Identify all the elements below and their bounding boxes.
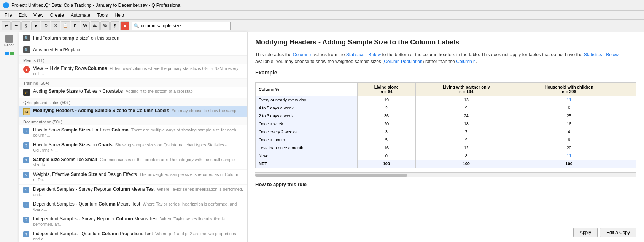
result-doc-6[interactable]: ? Dependent Samples - Quantum Column Mea… [19,199,247,214]
find-on-screen-row[interactable]: 🔍 Find "column sample size" on this scre… [19,32,247,44]
rule-icon: ⊞ [23,108,30,115]
toolbar: ↩ ↪ ⎘ ▼ ⊘ ✕ 📋 P W ## % $ ● 🔍 [0,20,644,32]
cell-1-2: 13 [416,96,517,104]
sidebar-item-table[interactable] [5,50,14,57]
toolbar-btn-8[interactable]: P [71,21,80,30]
toolbar-btn-13[interactable]: ● [120,21,129,30]
table-col-sub-3: n = 296 [562,89,576,94]
toolbar-btn-12[interactable]: $ [110,21,119,30]
cell-7-4 [621,144,636,152]
toolbar-btn-9[interactable]: W [81,21,90,30]
result-title-menu-1: View → Hide Empty Rows/Columns Hides row… [33,66,243,76]
scrollbar-thumb[interactable] [255,174,407,177]
menu-tools[interactable]: Tools [94,12,111,19]
result-doc-8[interactable]: ? Independent Samples - Quantum Column P… [19,229,247,242]
report-icon [5,35,13,43]
edit-copy-button[interactable]: Edit a Copy [600,228,636,237]
table-row-net: NET 100 100 100 [256,160,636,168]
row-label-4: Once a week [256,120,358,128]
table-row-2: 4 to 5 days a week 2 9 6 [256,104,636,112]
result-content-doc-1: How to Show Sample Sizes For Each Column… [33,127,243,138]
table-row-1: Every or nearly every day 19 13 11 [256,96,636,104]
horizontal-scrollbar[interactable] [255,172,636,177]
table-row-5: Once every 2 weeks 3 7 4 [256,128,636,136]
doc-icon-3: ? [23,157,30,164]
cell-3-3: 25 [517,112,621,120]
table-row-7: Less than once a month 16 12 20 [256,144,636,152]
link-col-n-2[interactable]: Column n [456,59,475,64]
menu-file[interactable]: File [2,12,15,19]
result-doc-1[interactable]: ? How to Show Sample Sizes For Each Colu… [19,125,247,140]
doc-icon-6: ? [23,202,30,209]
section-docs: Documentation (50+) [19,117,247,125]
toolbar-btn-6[interactable]: ✕ [51,21,60,30]
result-doc-7[interactable]: ? Independent Samples - Survey Reporter … [19,214,247,229]
result-content-doc-7: Independent Samples - Survey Reporter Co… [33,216,243,227]
row-label-1: Every or nearly every day [256,96,358,104]
row-label-7: Less than once a month [256,144,358,152]
binoculars-icon: 🔍 [23,35,30,41]
cell-6-2: 9 [416,136,517,144]
link-stats-below-1[interactable]: Statistics - Below [346,52,381,57]
result-doc-3[interactable]: ? Sample Size Seems Too Small Common cau… [19,155,247,170]
result-content-doc-4: Weights, Effective Sample Size and Desig… [33,172,243,182]
link-column-n[interactable]: Column n [293,52,312,57]
toolbar-btn-1[interactable]: ↩ [2,21,11,30]
advanced-find-icon: 🔍 [23,46,30,53]
apply-button[interactable]: Apply [573,228,598,237]
toolbar-btn-10[interactable]: ## [91,21,100,30]
result-content-menu-1: View → Hide Empty Rows/Columns Hides row… [33,66,243,76]
example-title: Example [255,70,636,76]
result-menu-1[interactable]: ● View → Hide Empty Rows/Columns Hides r… [19,64,247,79]
cell-8-4 [621,152,636,160]
menu-edit[interactable]: Edit [16,12,30,19]
link-stats-below-2[interactable]: Statistics - Below [584,52,619,57]
find-query: column sample size [45,35,88,41]
menu-automate[interactable]: Automate [68,12,93,19]
table-row-3: 2 to 3 days a week 36 24 25 [256,112,636,120]
toolbar-btn-2[interactable]: ↪ [11,21,21,30]
cell-3-4 [621,112,636,120]
toolbar-btn-4[interactable]: ▼ [31,21,40,30]
doc-icon-2: ? [23,142,30,149]
sidebar-label-report: Report [4,43,14,47]
toolbar-btn-7[interactable]: 📋 [61,21,70,30]
search-input[interactable] [141,23,229,28]
cell-6-4 [621,136,636,144]
result-doc-2[interactable]: ? How to Show Sample Sizes on Charts Sho… [19,140,247,155]
cell-5-3: 4 [517,128,621,136]
cell-5-1: 3 [357,128,415,136]
rule-description: This rule adds the Column n values from … [255,51,636,65]
table-col-sub-2: n = 194 [459,89,474,94]
toolbar-btn-3[interactable]: ⎘ [21,21,30,30]
table-col-sub-1: n = 64 [380,89,393,94]
find-on-screen-text: Find "column sample size" on this screen [33,35,119,41]
search-container: 🔍 [132,22,231,30]
menu-create[interactable]: Create [47,12,67,19]
link-col-pop[interactable]: Column Population [384,59,422,64]
sidebar-item-report[interactable]: Report [3,33,15,49]
row-label-8: Never [256,152,358,160]
table-row-6: Once a month 5 9 6 [256,136,636,144]
cell-6-3: 6 [517,136,621,144]
cell-net-2: 100 [416,160,517,168]
menu-help[interactable]: Help [111,12,127,19]
result-content-doc-3: Sample Size Seems Too Small Common cause… [33,157,243,168]
cell-net-1: 100 [357,160,415,168]
cell-7-3: 20 [517,144,621,152]
advanced-find-text: Advanced Find/Replace [33,47,81,52]
row-label-2: 4 to 5 days a week [256,104,358,112]
section-training: Training (50+) [19,79,247,87]
row-label-net: NET [256,160,358,168]
result-training-1[interactable]: 🎓 Adding Sample Sizes to Tables > Crosst… [19,87,247,98]
toolbar-btn-11[interactable]: % [100,21,110,30]
cell-4-2: 18 [416,120,517,128]
table-row-4: Once a week 20 18 16 [256,120,636,128]
menu-view[interactable]: View [30,12,46,19]
advanced-find-row[interactable]: 🔍 Advanced Find/Replace [19,44,247,56]
toolbar-btn-5[interactable]: ⊘ [41,21,50,30]
result-title-doc-6: Dependent Samples - Quantum Column Means… [33,201,243,212]
result-doc-5[interactable]: ? Dependent Samples - Survey Reporter Co… [19,185,247,199]
result-rule-1[interactable]: ⊞ Modifying Headers - Adding Sample Size… [19,106,247,117]
result-doc-4[interactable]: ? Weights, Effective Sample Size and Des… [19,170,247,185]
